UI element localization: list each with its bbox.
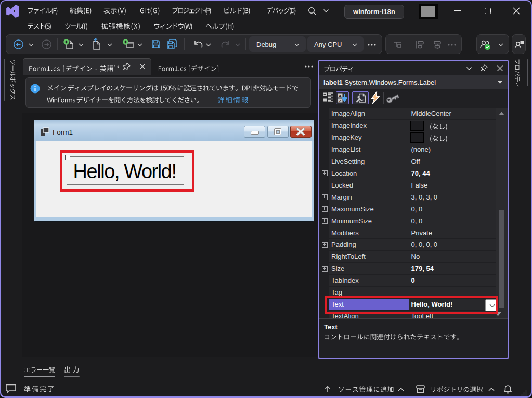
svg-text:A: A: [339, 94, 342, 98]
svg-text:Z: Z: [339, 99, 341, 103]
